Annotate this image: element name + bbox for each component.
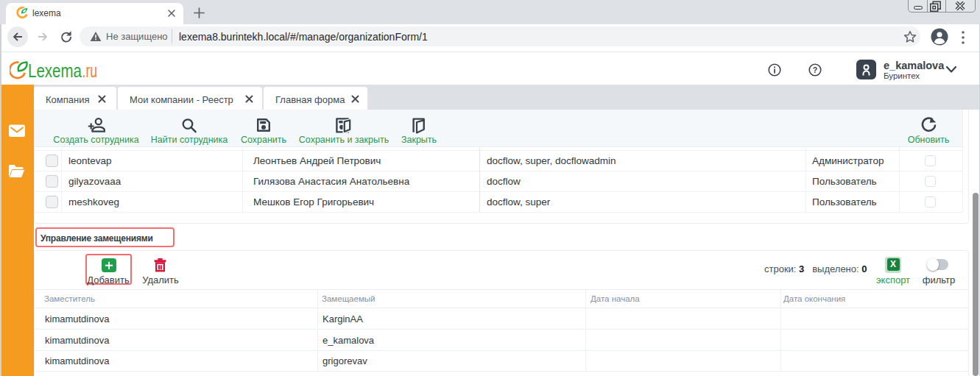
svg-text:Lexema: Lexema: [28, 60, 82, 80]
svg-text:?: ?: [813, 65, 817, 74]
svg-text:.ru: .ru: [82, 60, 98, 80]
